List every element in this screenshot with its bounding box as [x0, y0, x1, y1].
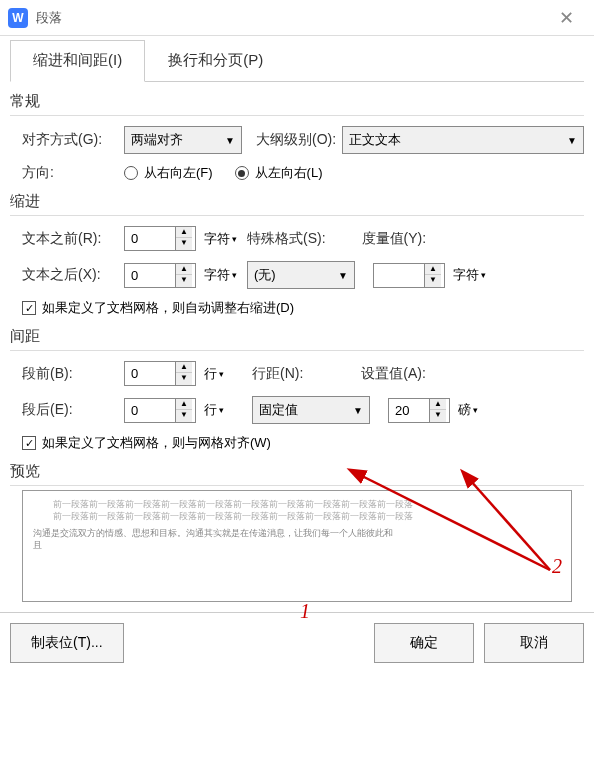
- linespacing-label: 行距(N):: [252, 365, 303, 383]
- radio-ltr[interactable]: 从左向右(L): [235, 164, 323, 182]
- text-after-spinner[interactable]: ▲▼: [124, 263, 196, 288]
- para-after-label: 段后(E):: [22, 401, 118, 419]
- section-spacing: 间距: [10, 327, 584, 351]
- unit-char[interactable]: 字符▾: [204, 230, 237, 248]
- radio-rtl[interactable]: 从右向左(F): [124, 164, 213, 182]
- caret-down-icon: ▼: [225, 135, 235, 146]
- special-dropdown[interactable]: (无)▼: [247, 261, 355, 289]
- text-before-spinner[interactable]: ▲▼: [124, 226, 196, 251]
- app-icon: W: [8, 8, 28, 28]
- special-label: 特殊格式(S):: [247, 230, 326, 248]
- section-indent: 缩进: [10, 192, 584, 216]
- preview-box: 前一段落前一段落前一段落前一段落前一段落前一段落前一段落前一段落前一段落前一段落…: [22, 490, 572, 602]
- outline-label: 大纲级别(O):: [256, 131, 336, 149]
- section-preview: 预览: [10, 462, 584, 486]
- tabstop-button[interactable]: 制表位(T)...: [10, 623, 124, 663]
- unit-char-3[interactable]: 字符▾: [453, 266, 486, 284]
- measure-label: 度量值(Y):: [362, 230, 427, 248]
- section-general: 常规: [10, 92, 584, 116]
- window-title: 段落: [36, 9, 546, 27]
- close-button[interactable]: ✕: [546, 0, 586, 36]
- caret-down-icon: ▼: [567, 135, 577, 146]
- para-before-spinner[interactable]: ▲▼: [124, 361, 196, 386]
- para-before-label: 段前(B):: [22, 365, 118, 383]
- setvalue-label: 设置值(A):: [361, 365, 426, 383]
- direction-label: 方向:: [22, 164, 118, 182]
- spacing-grid-checkbox[interactable]: ✓如果定义了文档网格，则与网格对齐(W): [22, 434, 271, 452]
- linespacing-dropdown[interactable]: 固定值▼: [252, 396, 370, 424]
- measure-spinner[interactable]: ▲▼: [373, 263, 445, 288]
- unit-char-2[interactable]: 字符▾: [204, 266, 237, 284]
- para-after-spinner[interactable]: ▲▼: [124, 398, 196, 423]
- caret-down-icon: ▼: [353, 405, 363, 416]
- ok-button[interactable]: 确定: [374, 623, 474, 663]
- caret-down-icon: ▼: [338, 270, 348, 281]
- tab-indent-spacing[interactable]: 缩进和间距(I): [10, 40, 145, 82]
- text-after-label: 文本之后(X):: [22, 266, 118, 284]
- align-dropdown[interactable]: 两端对齐▼: [124, 126, 242, 154]
- tab-pagebreak[interactable]: 换行和分页(P): [145, 40, 286, 81]
- setvalue-spinner[interactable]: ▲▼: [388, 398, 450, 423]
- text-before-label: 文本之前(R):: [22, 230, 118, 248]
- align-label: 对齐方式(G):: [22, 131, 118, 149]
- outline-dropdown[interactable]: 正文文本▼: [342, 126, 584, 154]
- indent-grid-checkbox[interactable]: ✓如果定义了文档网格，则自动调整右缩进(D): [22, 299, 294, 317]
- unit-line-2[interactable]: 行▾: [204, 401, 224, 419]
- unit-pound[interactable]: 磅▾: [458, 401, 478, 419]
- unit-line[interactable]: 行▾: [204, 365, 224, 383]
- cancel-button[interactable]: 取消: [484, 623, 584, 663]
